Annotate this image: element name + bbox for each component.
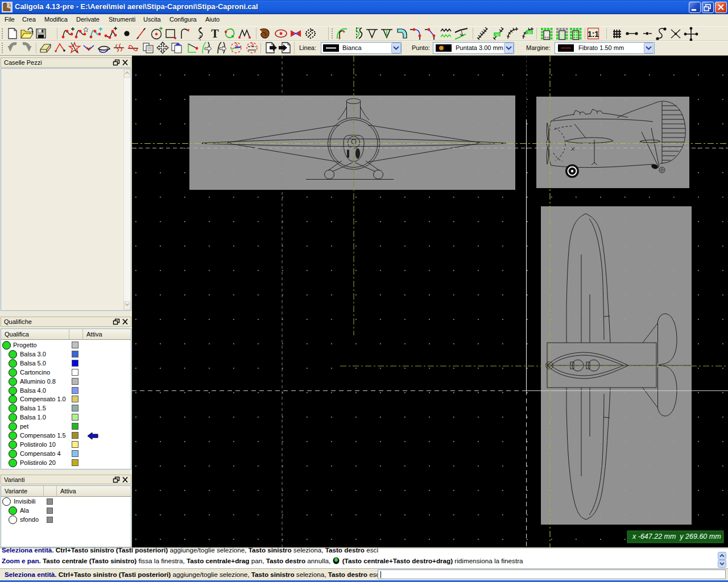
svg-text:Linea:: Linea: <box>299 44 316 51</box>
svg-text:4: 4 <box>7 3 10 10</box>
svg-text:Margine:: Margine: <box>526 44 551 51</box>
svg-text:x -647.22 mm y 269.60 mm: x -647.22 mm y 269.60 mm <box>632 533 721 541</box>
svg-text:10: 10 <box>528 31 532 34</box>
svg-text:Punto:: Punto: <box>412 44 430 51</box>
svg-text:10: 10 <box>495 33 499 36</box>
svg-text:1:1: 1:1 <box>588 30 599 39</box>
svg-text:Puntata 3.00 mm: Puntata 3.00 mm <box>456 44 503 51</box>
svg-text:Fibrato 1.50 mm: Fibrato 1.50 mm <box>578 44 624 51</box>
svg-text:T: T <box>211 27 219 40</box>
svg-text:Bianca: Bianca <box>342 44 362 51</box>
